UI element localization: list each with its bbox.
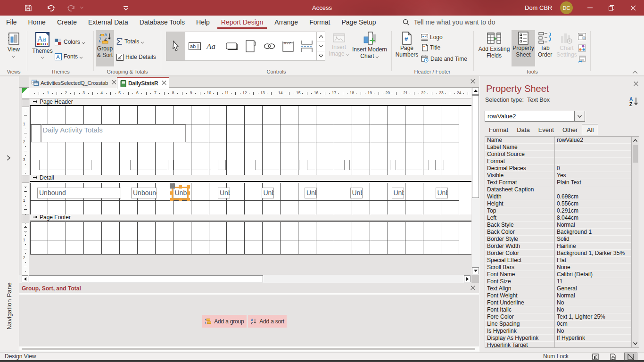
user-name[interactable]: Dom CBR bbox=[525, 0, 553, 16]
scroll-down-button[interactable] bbox=[632, 340, 639, 347]
menu-tab-database-tools[interactable]: Database Tools bbox=[134, 16, 190, 29]
themes-button[interactable]: Aa Themes bbox=[31, 30, 54, 66]
close-tab-icon[interactable] bbox=[112, 80, 116, 86]
selection-handle[interactable] bbox=[187, 191, 190, 195]
section-selector[interactable] bbox=[22, 99, 29, 107]
avatar[interactable]: DC bbox=[560, 1, 573, 14]
property-row-line-spacing[interactable]: Line Spacing0cm bbox=[485, 321, 631, 328]
detail-textbox[interactable]: Unb bbox=[392, 188, 404, 198]
tab-control-tool[interactable] bbox=[241, 32, 260, 60]
selection-handle[interactable] bbox=[179, 198, 182, 201]
property-row-datasheet-caption[interactable]: Datasheet Caption bbox=[485, 186, 631, 193]
property-row-back-style[interactable]: Back StyleNormal bbox=[485, 222, 631, 229]
gallery-up-button[interactable] bbox=[317, 32, 325, 41]
property-row-height[interactable]: Height0.556cm bbox=[485, 200, 631, 207]
property-row-left[interactable]: Left8.044cm bbox=[485, 214, 631, 222]
property-row-back-color[interactable]: Back ColorBackground 1 bbox=[485, 229, 631, 236]
textbox-tool[interactable]: ab bbox=[185, 32, 204, 60]
close-document-icon[interactable] bbox=[471, 78, 475, 85]
menu-tab-format[interactable]: Format bbox=[304, 16, 336, 29]
property-sheet-button[interactable]: Property Sheet bbox=[512, 30, 535, 66]
property-row-name[interactable]: NamerowValue2 bbox=[485, 137, 631, 144]
report-view-button[interactable] bbox=[588, 353, 602, 361]
property-row-control-source[interactable]: Control Source bbox=[485, 151, 631, 158]
gallery-more-button[interactable] bbox=[317, 51, 325, 60]
property-row-text-format[interactable]: Text FormatPlain Text bbox=[485, 179, 631, 186]
detail-textbox[interactable]: Unb bbox=[436, 188, 448, 198]
page-numbers-button[interactable]: # Page Numbers bbox=[396, 30, 418, 66]
property-row-font-weight[interactable]: Font WeightNormal bbox=[485, 292, 631, 299]
detail-textbox[interactable]: Unb bbox=[262, 188, 274, 198]
property-row-width[interactable]: Width0.698cm bbox=[485, 193, 631, 200]
insert-modern-chart-button[interactable]: Insert Modern Chart bbox=[352, 30, 388, 66]
control-selector-combobox[interactable]: rowValue2 bbox=[485, 111, 585, 122]
tab-order-button[interactable]: Tab Order bbox=[536, 30, 554, 66]
property-row-text-align[interactable]: Text AlignGeneral bbox=[485, 285, 631, 292]
scroll-down-button[interactable] bbox=[472, 267, 479, 274]
menu-tab-report-design[interactable]: Report Design bbox=[215, 16, 269, 29]
close-tab-icon[interactable] bbox=[162, 80, 166, 87]
menu-tab-arrange[interactable]: Arrange bbox=[269, 16, 304, 29]
chart-settings-button[interactable]: Chart Settings bbox=[555, 30, 578, 66]
detail-textbox[interactable]: Unbound bbox=[131, 188, 157, 198]
restore-button[interactable] bbox=[601, 0, 622, 16]
combobox-dropdown-button[interactable] bbox=[574, 111, 585, 121]
property-tab-other[interactable]: Other bbox=[558, 125, 582, 135]
report-selector[interactable] bbox=[22, 88, 29, 99]
menu-tab-help[interactable]: Help bbox=[190, 16, 215, 29]
property-row-display-as-hyperlink[interactable]: Display As HyperlinkIf Hyperlink bbox=[485, 335, 631, 342]
move-handle[interactable] bbox=[170, 183, 175, 189]
add-sort-button[interactable]: A Z Add a sort bbox=[248, 315, 287, 328]
gallery-down-button[interactable] bbox=[317, 41, 325, 51]
group-panel-scrollbar[interactable] bbox=[19, 346, 479, 352]
detail-textbox[interactable]: Unbound bbox=[37, 188, 121, 198]
property-tab-data[interactable]: Data bbox=[512, 125, 534, 135]
report-design-surface[interactable]: 1234567891011121314151617181920212223241… bbox=[19, 88, 479, 283]
property-tab-event[interactable]: Event bbox=[534, 125, 558, 135]
property-row-font-name[interactable]: Font NameCalibri (Detail) bbox=[485, 271, 631, 278]
section-bar-detail[interactable]: Detail bbox=[30, 175, 471, 182]
report-title-label[interactable]: Daily Activity Totals bbox=[41, 124, 186, 142]
totals-button[interactable]: Totals bbox=[116, 36, 144, 47]
detail-textbox[interactable]: Unb bbox=[305, 188, 317, 198]
view-button[interactable]: View bbox=[4, 30, 24, 66]
date-time-button[interactable]: Date and Time bbox=[421, 54, 467, 64]
menu-tab-create[interactable]: Create bbox=[51, 16, 83, 29]
property-row-top[interactable]: Top0.291cm bbox=[485, 207, 631, 214]
property-row-decimal-places[interactable]: Decimal Places0 bbox=[485, 165, 631, 172]
tab-activities-crosstab[interactable]: ActivitiesSelectedQ_Crosstab bbox=[29, 77, 119, 88]
selection-handle[interactable] bbox=[170, 198, 173, 201]
title-button[interactable]: Title bbox=[422, 42, 440, 53]
scroll-left-button[interactable] bbox=[22, 275, 28, 282]
selection-handle[interactable] bbox=[170, 191, 173, 195]
property-grid-scrollbar[interactable] bbox=[631, 137, 639, 347]
add-existing-fields-button[interactable]: Add Existing Fields bbox=[477, 30, 511, 66]
subreport-button[interactable] bbox=[578, 33, 587, 41]
property-row-visible[interactable]: VisibleYes bbox=[485, 172, 631, 179]
empty-header-box[interactable] bbox=[31, 124, 41, 142]
property-row-font-size[interactable]: Font Size11 bbox=[485, 278, 631, 285]
property-row-format[interactable]: Format bbox=[485, 158, 631, 165]
property-row-scroll-bars[interactable]: Scroll BarsNone bbox=[485, 264, 631, 271]
property-tab-all[interactable]: All bbox=[582, 124, 598, 135]
colors-button[interactable]: Colors bbox=[55, 37, 85, 47]
section-bar-page-footer[interactable]: Page Footer bbox=[30, 214, 471, 222]
property-row-border-style[interactable]: Border StyleSolid bbox=[485, 236, 631, 243]
scrollbar-thumb[interactable] bbox=[29, 275, 263, 282]
menu-tab-file[interactable]: File bbox=[0, 16, 23, 29]
sort-az-toggle[interactable]: A Z bbox=[629, 96, 639, 108]
property-row-fore-color[interactable]: Fore ColorText 1, Lighter 25% bbox=[485, 313, 631, 321]
property-row-border-color[interactable]: Border ColorBackground 1, Darker 35% bbox=[485, 250, 631, 257]
menu-tab-external-data[interactable]: External Data bbox=[83, 16, 134, 29]
collapse-ribbon-button[interactable] bbox=[633, 68, 639, 73]
button-tool[interactable] bbox=[223, 32, 241, 60]
property-row-label-name[interactable]: Label Name bbox=[485, 144, 631, 151]
page-break-tool[interactable] bbox=[297, 32, 316, 60]
property-tab-format[interactable]: Format bbox=[485, 125, 512, 135]
scrollbar-thumb[interactable] bbox=[472, 95, 479, 198]
tell-me-search[interactable]: Tell me what you want to do bbox=[403, 16, 495, 29]
expand-nav-pane-icon[interactable] bbox=[7, 155, 10, 162]
property-row-hyperlink-target[interactable]: Hyperlink Target bbox=[485, 342, 631, 348]
property-row-font-italic[interactable]: Font ItalicNo bbox=[485, 306, 631, 313]
selection-handle[interactable] bbox=[187, 198, 190, 201]
